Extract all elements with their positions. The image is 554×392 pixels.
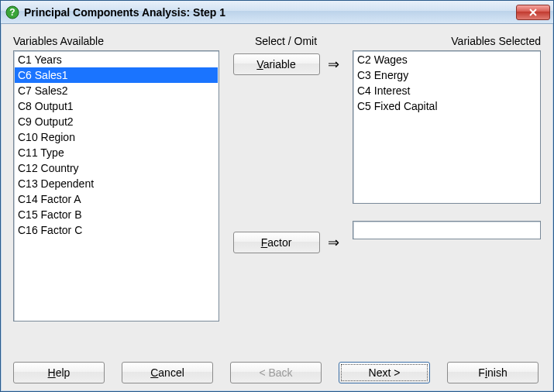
next-button[interactable]: Next > (339, 362, 430, 383)
list-item[interactable]: C2 Wages (354, 52, 539, 67)
list-item[interactable]: C12 Country (15, 160, 218, 176)
list-item[interactable]: C15 Factor B (15, 207, 218, 222)
available-label: Variables Available (13, 35, 219, 47)
list-item[interactable]: C7 Sales2 (15, 83, 218, 98)
list-item[interactable]: C1 Years (15, 52, 218, 67)
list-item[interactable]: C3 Energy (354, 67, 539, 83)
factor-button[interactable]: Factor (233, 232, 320, 253)
list-item[interactable]: C6 Sales1 (15, 67, 218, 83)
dialog-window: ? Principal Components Analysis: Step 1 … (0, 0, 554, 392)
close-button[interactable] (516, 5, 550, 20)
list-item[interactable]: C4 Interest (354, 83, 539, 98)
list-item[interactable]: C5 Fixed Capital (354, 98, 539, 114)
cancel-button[interactable]: Cancel (122, 362, 213, 383)
list-item[interactable]: C8 Output1 (15, 98, 218, 114)
window-title: Principal Components Analysis: Step 1 (24, 6, 516, 19)
factor-input[interactable] (353, 221, 541, 239)
svg-text:?: ? (9, 7, 15, 18)
arrow-icon: ⇒ (328, 56, 339, 73)
variable-button[interactable]: Variable (233, 53, 320, 75)
button-row: Help Cancel < Back Next > Finish (13, 351, 541, 383)
arrow-icon: ⇒ (328, 234, 339, 251)
list-item[interactable]: C10 Region (15, 129, 218, 145)
list-item[interactable]: C13 Dependent (15, 176, 218, 191)
list-item[interactable]: C11 Type (15, 145, 218, 160)
help-button[interactable]: Help (13, 362, 105, 383)
list-item[interactable]: C16 Factor C (15, 222, 218, 238)
help-icon: ? (5, 5, 19, 19)
back-button: < Back (230, 362, 322, 383)
finish-button[interactable]: Finish (447, 362, 539, 383)
available-listbox[interactable]: C1 YearsC6 Sales1C7 Sales2C8 Output1C9 O… (13, 50, 219, 322)
selected-listbox[interactable]: C2 WagesC3 EnergyC4 InterestC5 Fixed Cap… (353, 50, 541, 204)
list-item[interactable]: C9 Output2 (15, 114, 218, 129)
dialog-content: Variables Available C1 YearsC6 Sales1C7 … (1, 24, 553, 391)
selected-label: Variables Selected (353, 35, 541, 47)
list-item[interactable]: C14 Factor A (15, 191, 218, 207)
titlebar: ? Principal Components Analysis: Step 1 (1, 1, 553, 24)
selectomit-label: Select / Omit (255, 35, 317, 47)
